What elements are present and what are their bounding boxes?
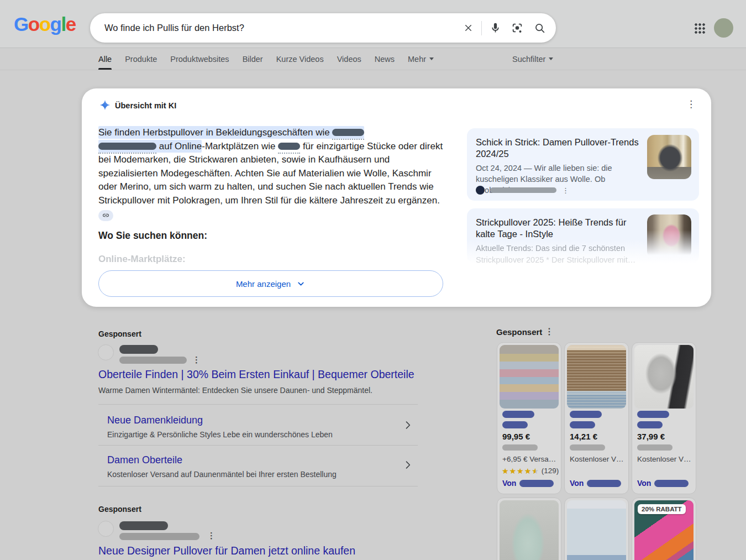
chevron-down-icon — [296, 279, 306, 289]
tab-label: News — [375, 55, 395, 64]
product-image — [567, 345, 626, 409]
product-card[interactable]: 37,99 € Kostenloser V… Von — [632, 342, 696, 494]
advertiser-avatar — [98, 521, 114, 537]
ai-text-segment: -Marktplätzen wie — [202, 141, 278, 151]
product-price: 99,95 € — [502, 432, 530, 441]
product-price: 14,21 € — [570, 432, 597, 441]
tab-suchfilter[interactable]: Suchfilter — [512, 48, 553, 70]
rating-count: (129) — [542, 467, 559, 475]
redacted-merchant — [502, 444, 538, 451]
highlighted-text[interactable]: Sie finden Herbstpullover in Bekleidungs… — [98, 126, 364, 139]
source-title[interactable]: Schick in Strick: Damen Pullover-Trends … — [476, 137, 642, 160]
result-tabs: Alle Produkte Produktwebsites Bilder Kur… — [0, 48, 746, 70]
star-rating-icon: ★★★★★★★★★★ — [502, 467, 539, 475]
sitelink-title[interactable]: Neue Damenkleidung — [107, 415, 203, 426]
divider — [98, 404, 418, 405]
redacted-entity — [98, 141, 156, 154]
product-card[interactable]: 20% RABATT — [632, 498, 696, 560]
tab-label: Bilder — [243, 55, 263, 64]
source-meta: ⋮ — [476, 186, 569, 195]
product-vendor-row: Von — [637, 479, 689, 488]
from-label: Von — [570, 479, 584, 488]
redacted-product-title — [637, 411, 669, 418]
tab-videos[interactable]: Videos — [337, 48, 361, 70]
ai-source-card[interactable]: Schick in Strick: Damen Pullover-Trends … — [467, 128, 699, 201]
logo-letter: o — [28, 14, 39, 34]
tab-produkte[interactable]: Produkte — [125, 48, 157, 70]
sitelink-description: Kostenloser Versand auf Daunenmäntel bei… — [107, 470, 337, 479]
highlighted-text[interactable]: auf Online — [98, 140, 202, 153]
search-icon[interactable] — [528, 16, 550, 40]
tab-label: Produktwebsites — [170, 55, 229, 64]
sponsored-label: Gesponsert — [98, 329, 141, 338]
source-snippet: Aktuelle Trends: Das sind die 7 schönste… — [476, 243, 642, 254]
ai-text-segment: auf Online — [156, 141, 202, 151]
logo-letter: o — [39, 14, 50, 34]
mic-icon[interactable] — [484, 16, 506, 40]
account-avatar[interactable] — [714, 18, 733, 38]
chevron-right-icon[interactable] — [402, 420, 413, 433]
sitelink-description: Einzigartige & Persönliche Styles Lebe e… — [107, 430, 333, 439]
ad-title-link[interactable]: Oberteile Finden | 30% Beim Ersten Einka… — [98, 368, 414, 381]
more-options-icon[interactable]: ⋮ — [207, 531, 216, 540]
more-options-icon[interactable]: ⋮ — [686, 98, 696, 110]
redacted-entity — [278, 141, 300, 154]
divider — [98, 486, 418, 486]
logo-letter: l — [61, 14, 65, 34]
product-grid-row: 20% RABATT — [497, 498, 696, 560]
tab-mehr[interactable]: Mehr — [408, 48, 434, 70]
ai-source-card[interactable]: Strickpullover 2025: Heiße Trends für ka… — [467, 208, 699, 264]
ad-title-link[interactable]: Neue Designer Pullover für Damen jetzt o… — [98, 545, 355, 557]
lens-icon[interactable] — [506, 16, 528, 40]
more-options-icon[interactable]: ⋮ — [545, 327, 554, 336]
shipping-info: Kostenloser V… — [570, 455, 624, 463]
sponsored-label: Gesponsert — [496, 327, 542, 337]
top-bar: Google — [0, 0, 746, 48]
tab-label: Videos — [337, 55, 361, 64]
source-title[interactable]: Strickpullover 2025: Heiße Trends für ka… — [476, 217, 642, 240]
product-card[interactable] — [497, 498, 561, 560]
tab-produktwebsites[interactable]: Produktwebsites — [170, 48, 229, 70]
divider — [98, 445, 418, 446]
ai-text-segment: Sie finden Herbstpullover in Bekleidungs… — [98, 127, 332, 138]
apps-grid-icon[interactable] — [694, 23, 706, 34]
tab-alle[interactable]: Alle — [98, 48, 112, 70]
shipping-info: +6,95 € Versa… — [502, 455, 556, 463]
redacted-product-title — [570, 411, 602, 418]
product-card[interactable]: 14,21 € Kostenloser V… Von — [564, 342, 629, 494]
sponsored-label: Gesponsert — [98, 505, 141, 514]
chevron-right-icon[interactable] — [402, 459, 413, 473]
more-options-icon[interactable]: ⋮ — [562, 186, 569, 195]
source-favicon — [476, 186, 485, 195]
chevron-down-icon — [429, 57, 434, 60]
redacted-product-title — [637, 421, 663, 428]
tab-kurze-videos[interactable]: Kurze Videos — [276, 48, 324, 70]
tab-bilder[interactable]: Bilder — [243, 48, 263, 70]
source-thumbnail[interactable] — [647, 214, 691, 259]
ai-sparkle-icon — [99, 100, 111, 111]
sitelink-title[interactable]: Damen Oberteile — [107, 454, 182, 466]
product-card[interactable] — [564, 498, 629, 560]
product-vendor-row: Von — [570, 479, 621, 488]
tab-news[interactable]: News — [375, 48, 395, 70]
clear-icon[interactable] — [457, 16, 479, 40]
google-logo[interactable]: Google — [14, 14, 76, 34]
tab-label: Kurze Videos — [276, 55, 324, 64]
search-input[interactable] — [90, 13, 457, 43]
product-image — [567, 500, 626, 560]
more-options-icon[interactable]: ⋮ — [192, 355, 201, 364]
product-price: 37,99 € — [637, 432, 665, 441]
source-link-icon[interactable] — [98, 210, 113, 221]
redacted-product-title — [502, 421, 528, 428]
ai-overview-title: Übersicht mit KI — [115, 101, 176, 110]
advertiser-avatar — [98, 344, 114, 360]
redacted-vendor — [519, 480, 554, 487]
show-more-button[interactable]: Mehr anzeigen — [98, 270, 443, 297]
source-snippet: Strickpullover 2025 * Der Strickpullover… — [476, 254, 642, 265]
product-card[interactable]: 99,95 € +6,95 € Versa… ★★★★★★★★★★ (129) … — [497, 342, 561, 494]
tab-label: Produkte — [125, 55, 157, 64]
product-image — [500, 345, 559, 409]
redacted-entity — [332, 127, 364, 140]
product-vendor-row: Von — [502, 479, 554, 488]
source-thumbnail[interactable] — [647, 135, 691, 179]
